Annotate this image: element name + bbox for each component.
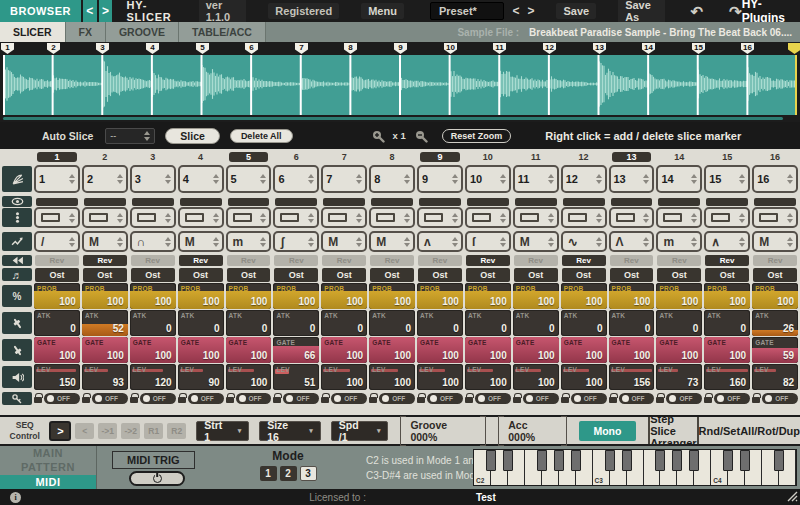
step-1-ost-button[interactable]: Ost [35,268,79,282]
step-6-reverse-toggle[interactable]: Rev [274,255,318,266]
step-6-mute-bar[interactable] [273,198,319,206]
browser-button[interactable]: BROWSER [0,0,81,22]
step-3-lock-toggle[interactable]: OFF [140,393,176,404]
step-11-lock-toggle[interactable]: OFF [523,393,559,404]
step-11-slice-selector[interactable]: 11 [513,165,559,193]
slice-marker-flag-12[interactable]: 12 [543,43,556,54]
step-1-reverse-toggle[interactable]: Rev [35,255,79,266]
step-11-attack-slider[interactable]: ATK0 [513,310,559,336]
slice-marker-flag-1[interactable]: 1 [1,43,14,54]
step-7-probability-slider[interactable]: PROB100 [321,283,367,309]
step-2-ost-button[interactable]: Ost [83,268,127,282]
step-2-choke-selector[interactable] [82,207,128,228]
preset-display[interactable]: Preset* [430,2,504,20]
step-6-probability-slider[interactable]: PROB100 [273,283,319,309]
sample-file-value[interactable]: Breakbeat Paradise Sample - Bring The Be… [529,27,792,38]
tab-fx[interactable]: FX [66,22,106,42]
step-3-env-selector[interactable]: ∩ [130,231,176,252]
step-7-ost-button[interactable]: Ost [322,268,366,282]
tab-midi[interactable]: MIDI [0,475,96,489]
step-3-reverse-toggle[interactable]: Rev [131,255,175,266]
step-8-ost-button[interactable]: Ost [370,268,414,282]
step-15-attack-slider[interactable]: ATK0 [704,310,750,336]
lock-icon[interactable] [34,397,42,403]
black-key-14[interactable] [723,450,733,471]
step-1-choke-selector[interactable] [34,207,80,228]
step-3-ost-button[interactable]: Ost [131,268,175,282]
step-12-probability-slider[interactable]: PROB100 [561,283,607,309]
step-3-slice-selector[interactable]: 3 [130,165,176,193]
lock-icon[interactable] [82,397,90,403]
step-5-mute-bar[interactable] [226,198,272,206]
step-12-lock-toggle[interactable]: OFF [571,393,607,404]
step-8-level-slider[interactable]: LEV100 [369,364,415,390]
start-step-dropdown[interactable]: Strt 1▾ [196,421,249,441]
slice-marker-flag-5[interactable]: 5 [196,43,209,54]
resize-handle-icon[interactable] [784,488,798,505]
step-15-env-selector[interactable]: ∧ [704,231,750,252]
step-13-gate-slider[interactable]: GATE100 [609,337,655,363]
step-7-reverse-toggle[interactable]: Rev [322,255,366,266]
step-2-env-selector[interactable]: M [82,231,128,252]
step-7-level-slider[interactable]: LEV100 [321,364,367,390]
slice-marker-flag-15[interactable]: 15 [692,43,705,54]
lock-icon[interactable] [226,397,234,403]
black-key-12[interactable] [689,450,699,471]
midi-keyboard[interactable]: C2C3C4 [473,449,797,486]
slice-marker-flag-13[interactable]: 13 [593,43,606,54]
step-4-attack-slider[interactable]: ATK0 [178,310,224,336]
lock-icon[interactable] [417,397,425,403]
slice-marker-flag-11[interactable]: 11 [493,43,506,54]
step-5-reverse-toggle[interactable]: Rev [227,255,271,266]
lock-icon[interactable] [513,397,521,403]
step-5-gate-slider[interactable]: GATE100 [226,337,272,363]
step-8-probability-slider[interactable]: PROB100 [369,283,415,309]
step-8-choke-selector[interactable] [369,207,415,228]
slice-marker-flag-7[interactable]: 7 [295,43,308,54]
step-1-probability-slider[interactable]: PROB100 [34,283,80,309]
step-12-gate-slider[interactable]: GATE100 [561,337,607,363]
step-9-level-slider[interactable]: LEV100 [417,364,463,390]
step-12-env-selector[interactable]: ∿ [561,231,607,252]
seq-r2-button[interactable]: R2 [167,423,186,439]
step-16-probability-slider[interactable]: PROB100 [752,283,798,309]
lock-icon[interactable] [369,397,377,403]
tab-pattern[interactable]: PATTERN [0,460,96,474]
step-6-ost-button[interactable]: Ost [274,268,318,282]
step-9-choke-selector[interactable] [417,207,463,228]
slice-marker-flag-6[interactable]: 6 [245,43,258,54]
step-5-probability-slider[interactable]: PROB100 [226,283,272,309]
slice-marker-flag-8[interactable]: 8 [344,43,357,54]
step-14-reverse-toggle[interactable]: Rev [657,255,701,266]
slice-button[interactable]: Slice [165,128,220,144]
step-7-gate-slider[interactable]: GATE100 [321,337,367,363]
seq-size-dropdown[interactable]: Size 16▾ [259,421,321,441]
step-15-lock-toggle[interactable]: OFF [714,393,750,404]
step-15-level-slider[interactable]: LEV160 [704,364,750,390]
step-9-slice-selector[interactable]: 9 [417,165,463,193]
step-2-reverse-toggle[interactable]: Rev [83,255,127,266]
waveform-display[interactable] [3,55,797,115]
step-5-attack-slider[interactable]: ATK0 [226,310,272,336]
step-13-ost-button[interactable]: Ost [610,268,654,282]
step-10-choke-selector[interactable] [465,207,511,228]
step-4-lock-toggle[interactable]: OFF [188,393,224,404]
step-3-gate-slider[interactable]: GATE100 [130,337,176,363]
step-12-ost-button[interactable]: Ost [562,268,606,282]
step-2-level-slider[interactable]: LEV93 [82,364,128,390]
step-6-lock-toggle[interactable]: OFF [283,393,319,404]
seq-play-direction-button[interactable]: > [49,421,71,441]
step-10-probability-slider[interactable]: PROB100 [465,283,511,309]
step-3-probability-slider[interactable]: PROB100 [130,283,176,309]
step-10-mute-bar[interactable] [465,198,511,206]
reset-zoom-button[interactable]: Reset Zoom [442,129,512,143]
preset-next-icon[interactable]: > [527,4,534,18]
step-14-lock-toggle[interactable]: OFF [666,393,702,404]
step-slice-arranger-button[interactable]: Step Slice Arranger [650,417,696,444]
step-1-level-slider[interactable]: LEV150 [34,364,80,390]
end-marker-flag[interactable] [788,43,800,54]
black-key-1[interactable] [503,450,513,471]
step-8-env-selector[interactable]: M [369,231,415,252]
lock-icon[interactable] [609,397,617,403]
step-5-ost-button[interactable]: Ost [227,268,271,282]
